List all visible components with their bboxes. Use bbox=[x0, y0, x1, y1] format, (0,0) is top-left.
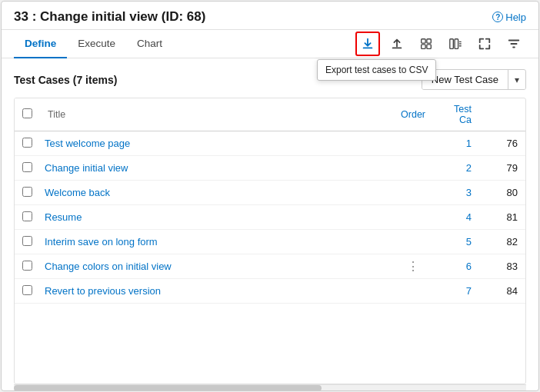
row-dots-empty bbox=[393, 205, 433, 230]
row-title-link[interactable]: Change colors on initial view bbox=[45, 261, 172, 272]
tab-chart[interactable]: Chart bbox=[126, 30, 173, 58]
row-title-cell: Resume bbox=[40, 205, 393, 230]
row-dots-empty bbox=[393, 156, 433, 181]
main-window: 33 : Change initial view (ID: 68) ? Help… bbox=[1, 1, 539, 391]
row-testca: 80 bbox=[479, 181, 525, 205]
row-title-link[interactable]: Change initial view bbox=[45, 162, 128, 174]
row-testca: 81 bbox=[479, 205, 525, 230]
help-icon: ? bbox=[492, 12, 503, 22]
grid-button[interactable] bbox=[414, 32, 438, 56]
export-tooltip: Export test cases to CSV bbox=[317, 59, 436, 81]
expand-button[interactable] bbox=[472, 32, 497, 56]
row-dots-empty bbox=[393, 181, 433, 205]
content-title: Test Cases (7 items) bbox=[14, 74, 117, 86]
row-checkbox-cell bbox=[15, 254, 40, 279]
toolbar bbox=[355, 32, 526, 56]
row-checkbox[interactable] bbox=[22, 261, 32, 271]
table-body: Test welcome page 1 76 Change initial vi… bbox=[15, 131, 525, 304]
columns-button[interactable] bbox=[443, 32, 468, 56]
table-row: Revert to previous version 7 84 bbox=[15, 279, 525, 304]
row-title-link[interactable]: Welcome back bbox=[45, 187, 110, 198]
row-checkbox[interactable] bbox=[22, 138, 32, 148]
row-order: 6 bbox=[433, 254, 479, 279]
header-checkbox-cell bbox=[15, 98, 40, 131]
grid-icon bbox=[419, 37, 433, 51]
table-row: Change initial view 2 79 bbox=[15, 156, 525, 181]
row-title-cell: Interim save on long form bbox=[40, 230, 393, 254]
new-test-case-button[interactable]: New Test Case ▾ bbox=[422, 69, 526, 90]
table-header-row: Title Order Test Ca bbox=[15, 98, 525, 131]
row-order: 1 bbox=[433, 131, 479, 156]
tab-define[interactable]: Define bbox=[14, 30, 67, 58]
row-checkbox-cell bbox=[15, 181, 40, 205]
header: 33 : Change initial view (ID: 68) ? Help bbox=[2, 2, 538, 30]
content-header: Test Cases (7 items) New Test Case ▾ bbox=[14, 69, 526, 90]
expand-icon bbox=[478, 37, 492, 51]
table-row: Change colors on initial view ⋮ 6 83 bbox=[15, 254, 525, 279]
row-checkbox-cell bbox=[15, 131, 40, 156]
row-order: 2 bbox=[433, 156, 479, 181]
select-all-checkbox[interactable] bbox=[22, 108, 32, 118]
row-dots-empty bbox=[393, 131, 433, 156]
table-row: Interim save on long form 5 82 bbox=[15, 230, 525, 254]
row-order: 3 bbox=[433, 181, 479, 205]
horizontal-scrollbar[interactable] bbox=[14, 384, 526, 390]
svg-rect-2 bbox=[422, 45, 425, 48]
import-button[interactable] bbox=[385, 32, 409, 56]
row-checkbox[interactable] bbox=[22, 285, 32, 295]
filter-button[interactable] bbox=[502, 32, 526, 56]
row-order: 7 bbox=[433, 279, 479, 304]
content-area: Test Cases (7 items) New Test Case ▾ Tit… bbox=[2, 58, 538, 390]
page-title: 33 : Change initial view (ID: 68) bbox=[14, 9, 205, 25]
row-dots-empty bbox=[393, 279, 433, 304]
row-testca: 76 bbox=[479, 131, 525, 156]
row-title-link[interactable]: Interim save on long form bbox=[45, 236, 158, 247]
svg-rect-4 bbox=[450, 39, 454, 49]
svg-rect-5 bbox=[455, 39, 458, 49]
tab-execute[interactable]: Execute bbox=[67, 30, 126, 58]
new-test-case-dropdown-arrow[interactable]: ▾ bbox=[508, 71, 525, 89]
row-title-link[interactable]: Resume bbox=[45, 211, 82, 223]
row-testca: 84 bbox=[479, 279, 525, 304]
export-csv-button[interactable] bbox=[355, 32, 380, 56]
test-cases-table: Title Order Test Ca Test welcome page 1 … bbox=[15, 98, 525, 304]
row-checkbox-cell bbox=[15, 156, 40, 181]
row-title-link[interactable]: Test welcome page bbox=[45, 138, 130, 149]
filter-icon bbox=[507, 37, 521, 51]
row-testca: 79 bbox=[479, 156, 525, 181]
row-checkbox-cell bbox=[15, 279, 40, 304]
row-title-cell: Change initial view bbox=[40, 156, 393, 181]
row-checkbox[interactable] bbox=[22, 236, 32, 246]
header-testca: Test Ca bbox=[433, 98, 479, 131]
header-order: Order bbox=[393, 98, 433, 131]
row-testca: 82 bbox=[479, 230, 525, 254]
row-testca: 83 bbox=[479, 254, 525, 279]
help-label: Help bbox=[505, 12, 526, 23]
upload-icon bbox=[390, 37, 404, 51]
table-row: Test welcome page 1 76 bbox=[15, 131, 525, 156]
row-checkbox[interactable] bbox=[22, 162, 32, 172]
test-cases-table-wrap: Title Order Test Ca Test welcome page 1 … bbox=[14, 98, 526, 384]
svg-rect-0 bbox=[422, 39, 425, 43]
table-row: Welcome back 3 80 bbox=[15, 181, 525, 205]
row-dots[interactable]: ⋮ bbox=[393, 254, 433, 279]
row-title-cell: Revert to previous version bbox=[40, 279, 393, 304]
tabs-toolbar: Define Execute Chart bbox=[2, 30, 538, 58]
table-row: Resume 4 81 bbox=[15, 205, 525, 230]
row-dots-empty bbox=[393, 230, 433, 254]
row-title-cell: Welcome back bbox=[40, 181, 393, 205]
tab-bar: Define Execute Chart bbox=[14, 30, 173, 58]
row-order: 4 bbox=[433, 205, 479, 230]
row-checkbox-cell bbox=[15, 205, 40, 230]
download-icon bbox=[361, 37, 375, 51]
svg-rect-3 bbox=[427, 45, 431, 48]
row-title-link[interactable]: Revert to previous version bbox=[45, 285, 161, 297]
columns-icon bbox=[448, 37, 462, 51]
row-checkbox[interactable] bbox=[22, 187, 32, 197]
row-title-cell: Test welcome page bbox=[40, 131, 393, 156]
scrollbar-thumb[interactable] bbox=[14, 385, 322, 390]
svg-rect-1 bbox=[427, 39, 431, 43]
row-order: 5 bbox=[433, 230, 479, 254]
help-link[interactable]: ? Help bbox=[492, 12, 526, 23]
row-checkbox[interactable] bbox=[22, 211, 32, 221]
